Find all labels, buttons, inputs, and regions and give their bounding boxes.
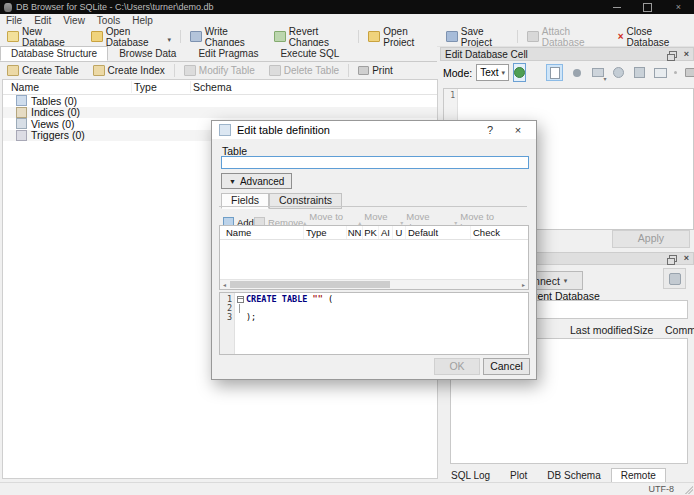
fields-grid-header: Name Type NN PK AI U Default Check [220,226,528,240]
print-cell-button[interactable] [683,65,694,80]
revert-changes-icon [274,31,286,42]
save-project-button[interactable]: Save Project [439,27,515,46]
delete-table-icon [269,65,281,76]
apply-cell-button[interactable] [513,63,526,82]
modify-table-icon [184,65,196,76]
col-pk[interactable]: PK [363,226,379,239]
tab-browse-data[interactable]: Browse Data [108,46,187,61]
horizontal-scrollbar[interactable]: ◂ ▸ [220,279,528,289]
text-view-icon [550,67,560,79]
revert-changes-button[interactable]: Revert Changes [267,27,357,46]
open-database-icon [91,31,103,42]
col-nn[interactable]: NN [347,226,363,239]
fullscreen-icon [654,68,667,78]
col-check[interactable]: Check [471,226,528,239]
open-project-button[interactable]: Open Project [361,27,439,46]
close-dock-icon[interactable]: × [684,254,689,263]
fields-grid[interactable]: Name Type NN PK AI U Default Check ◂ ▸ [219,225,529,290]
maximize-icon[interactable] [632,0,663,14]
edit-table-dialog: Edit table definition ? × Table ▼ Advanc… [211,120,537,380]
dialog-help-button[interactable]: ? [479,124,501,136]
resize-grip[interactable] [684,485,693,494]
open-database-button[interactable]: Open Database ▾ [84,27,178,46]
mode-label: Mode: [443,67,472,79]
tables-icon [16,95,27,106]
toolbar-separator [348,64,349,77]
fullscreen-button[interactable] [653,65,668,80]
delete-table-button[interactable]: Delete Table [262,61,346,80]
tab-database-structure[interactable]: Database Structure [0,46,108,61]
write-changes-button[interactable]: Write Changes [183,27,267,46]
print-cell-icon [685,68,694,77]
modify-table-button[interactable]: Modify Table [177,61,262,80]
tree-column-name[interactable]: Name [3,81,132,93]
tree-column-type[interactable]: Type [132,81,191,93]
create-index-button[interactable]: Create Index [86,61,172,80]
float-dock-icon[interactable] [669,255,677,262]
edit-cell-dock-header: Edit Database Cell × [440,47,694,61]
text-view-button[interactable] [546,64,563,81]
tree-column-schema[interactable]: Schema [191,81,437,93]
tree-item-tables[interactable]: Tables (0) [3,95,437,107]
sql-gutter: 1 2 3 [220,293,235,354]
col-ai[interactable]: AI [379,226,393,239]
scroll-left-icon[interactable]: ◂ [220,281,229,288]
tab-db-schema[interactable]: DB Schema [537,468,610,483]
menu-help[interactable]: Help [126,15,159,26]
tab-plot[interactable]: Plot [500,468,537,483]
sql-preview-editor[interactable]: 1 2 3 CREATE TABLE "" ( ); [219,292,529,355]
save-cell-button[interactable] [632,65,647,80]
scrollbar-thumb[interactable] [230,281,390,288]
indices-icon [16,107,27,118]
apply-button[interactable]: Apply [612,230,690,248]
minimize-icon[interactable] [601,0,632,14]
cancel-button[interactable]: Cancel [483,358,530,375]
menu-tools[interactable]: Tools [91,15,126,26]
menu-edit[interactable]: Edit [28,15,57,26]
mode-select[interactable]: Text ▾ [476,64,509,81]
structure-toolbar: Create Table Create Index Modify Table D… [0,62,437,79]
import-file-button[interactable] [590,65,605,80]
col-default[interactable]: Default [406,226,471,239]
create-table-button[interactable]: Create Table [0,61,86,80]
tab-sql-log[interactable]: SQL Log [441,468,500,483]
identity-icon [669,273,681,285]
identity-button[interactable] [663,268,686,289]
float-dock-icon[interactable] [669,51,677,58]
col-type[interactable]: Type [304,226,347,239]
close-database-button[interactable]: × Close Database [611,27,694,46]
remote-column-commit[interactable]: Comm [665,324,694,336]
status-bar: UTF-8 [0,482,694,495]
close-icon[interactable]: × [663,0,694,14]
export-file-icon [613,67,624,78]
col-name[interactable]: Name [220,226,304,239]
remote-column-size[interactable]: Size [633,324,653,336]
encoding-selector[interactable]: UTF-8 [649,484,675,494]
menu-file[interactable]: File [0,15,28,26]
tab-edit-pragmas[interactable]: Edit Pragmas [187,46,269,61]
tab-remote[interactable]: Remote [611,468,666,483]
scroll-right-icon[interactable]: ▸ [519,281,528,288]
export-file-button[interactable] [611,65,626,80]
fold-marker-icon[interactable] [237,296,244,303]
binary-view-button[interactable] [569,65,584,80]
dialog-close-button[interactable]: × [507,124,529,136]
dialog-title-bar[interactable]: Edit table definition ? × [212,121,536,139]
close-database-icon: × [618,32,624,42]
close-dock-icon[interactable]: × [684,50,689,59]
col-u[interactable]: U [393,226,406,239]
open-database-dropdown-icon[interactable]: ▾ [167,36,171,44]
window-title: DB Browser for SQLite - C:\Users\turner\… [16,2,214,12]
menu-view[interactable]: View [57,15,91,26]
print-button[interactable]: Print [351,61,400,80]
app-window: DB Browser for SQLite - C:\Users\turner\… [0,0,694,495]
table-name-input[interactable] [221,156,529,169]
remote-column-last-modified[interactable]: Last modified [570,324,632,336]
new-database-button[interactable]: New Database [0,27,84,46]
advanced-button[interactable]: ▼ Advanced [221,173,292,189]
import-file-icon [592,68,604,77]
ok-button[interactable]: OK [434,358,480,375]
tree-item-indices[interactable]: Indices (0) [3,107,437,119]
attach-database-button[interactable]: Attach Database [520,27,611,46]
tab-execute-sql[interactable]: Execute SQL [269,46,350,61]
